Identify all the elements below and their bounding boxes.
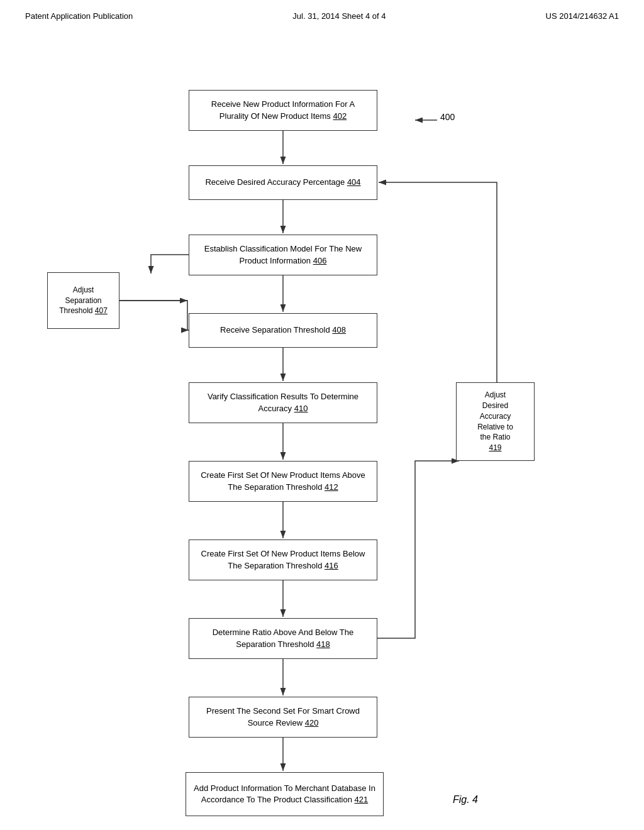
box-418: Determine Ratio Above And Below The Sepa…: [189, 618, 377, 659]
box-412: Create First Set Of New Product Items Ab…: [189, 461, 377, 502]
page-header: Patent Application Publication Jul. 31, …: [0, 0, 644, 27]
side-box-419: AdjustDesiredAccuracyRelative tothe Rati…: [456, 382, 535, 461]
box-404: Receive Desired Accuracy Percentage 404: [189, 165, 377, 200]
box-408: Receive Separation Threshold 408: [189, 313, 377, 348]
box-420: Present The Second Set For Smart Crowd S…: [189, 697, 377, 738]
box-421: Add Product Information To Merchant Data…: [186, 772, 384, 816]
box-402: Receive New Product Information For A Pl…: [189, 90, 377, 131]
header-center: Jul. 31, 2014 Sheet 4 of 4: [292, 11, 386, 21]
fig-label: Fig. 4: [453, 794, 478, 805]
diagram-area: Receive New Product Information For A Pl…: [0, 27, 644, 807]
ref-400: 400: [440, 112, 455, 122]
box-416: Create First Set Of New Product Items Be…: [189, 540, 377, 580]
box-406: Establish Classification Model For The N…: [189, 235, 377, 275]
box-410: Varify Classification Results To Determi…: [189, 382, 377, 423]
header-left: Patent Application Publication: [25, 11, 133, 21]
side-box-407: AdjustSeparationThreshold 407: [47, 272, 119, 329]
header-right: US 2014/214632 A1: [546, 11, 619, 21]
